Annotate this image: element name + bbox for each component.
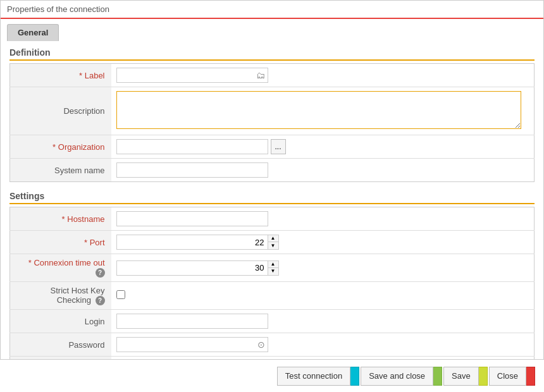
password-field-label: Password: [10, 333, 111, 357]
strict-host-key-checkbox[interactable]: [116, 290, 125, 299]
password-row: Password ⊙: [10, 333, 535, 357]
connexion-timeout-row: * Connexion time out ? ▲ ▼: [10, 254, 535, 282]
description-field-label: Description: [10, 87, 111, 135]
strict-host-key-input-cell: [111, 282, 535, 310]
port-row: * Port ▲ ▼: [10, 231, 535, 254]
organization-input-cell: ...: [111, 135, 535, 159]
connexion-timeout-input[interactable]: [116, 260, 268, 276]
port-input-cell: ▲ ▼: [111, 231, 535, 254]
definition-form: * Label 🗂 Description * Organization ...: [9, 63, 535, 182]
window-title: Properties of the connection: [7, 4, 109, 14]
tab-bar: General: [1, 19, 543, 41]
test-connection-button[interactable]: Test connection: [277, 367, 359, 386]
save-and-close-color-strip: [433, 367, 442, 386]
organization-browse-button[interactable]: ...: [271, 139, 286, 154]
password-input[interactable]: [116, 337, 268, 352]
save-and-close-button[interactable]: Save and close: [361, 367, 442, 386]
close-color-strip: [526, 367, 535, 386]
organization-input-wrap: ...: [116, 139, 529, 154]
label-icon: 🗂: [256, 70, 265, 80]
save-button[interactable]: Save: [443, 367, 488, 386]
connexion-timeout-number-wrap: ▲ ▼: [116, 260, 529, 276]
strict-host-key-help-icon[interactable]: ?: [96, 296, 105, 305]
system-name-field-label: System name: [10, 159, 111, 182]
settings-header: Settings: [9, 191, 535, 204]
hostname-input-cell: [111, 207, 535, 231]
connexion-timeout-input-cell: ▲ ▼: [111, 254, 535, 282]
tab-general[interactable]: General: [7, 24, 59, 41]
save-label[interactable]: Save: [443, 367, 479, 386]
main-content: Definition * Label 🗂 Description * Organ…: [1, 41, 543, 370]
organization-input[interactable]: [116, 139, 268, 154]
organization-row: * Organization ...: [10, 135, 535, 159]
password-input-wrap: ⊙: [116, 337, 268, 352]
hostname-input[interactable]: [116, 211, 268, 226]
label-input[interactable]: [116, 68, 268, 83]
connexion-timeout-spinner-down[interactable]: ▼: [268, 268, 278, 275]
test-connection-label[interactable]: Test connection: [277, 367, 350, 386]
system-name-row: System name: [10, 159, 535, 182]
save-color-strip: [479, 367, 488, 386]
close-button[interactable]: Close: [489, 367, 535, 386]
login-field-label: Login: [10, 310, 111, 333]
bottom-bar: Test connection Save and close Save Clos…: [0, 359, 544, 392]
password-input-cell: ⊙: [111, 333, 535, 357]
connexion-timeout-help-icon[interactable]: ?: [96, 268, 105, 278]
description-row: Description: [10, 87, 535, 135]
label-row: * Label 🗂: [10, 64, 535, 87]
hostname-field-label: * Hostname: [10, 207, 111, 231]
description-textarea[interactable]: [116, 91, 521, 129]
login-input[interactable]: [116, 314, 268, 329]
hostname-row: * Hostname: [10, 207, 535, 231]
connexion-timeout-spinners: ▲ ▼: [268, 260, 279, 276]
port-spinner-down[interactable]: ▼: [268, 242, 278, 249]
strict-host-key-row: Strict Host Key Checking ?: [10, 282, 535, 310]
port-number-wrap: ▲ ▼: [116, 235, 529, 250]
definition-header: Definition: [9, 47, 535, 61]
port-spinner-up[interactable]: ▲: [268, 235, 278, 242]
organization-field-label: * Organization: [10, 135, 111, 159]
label-field-label: * Label: [10, 64, 111, 87]
save-and-close-label[interactable]: Save and close: [361, 367, 433, 386]
system-name-input[interactable]: [116, 162, 268, 178]
strict-host-key-field-label: Strict Host Key Checking ?: [10, 282, 111, 310]
login-input-cell: [111, 310, 535, 333]
description-input-cell: [111, 87, 535, 135]
port-input[interactable]: [116, 235, 268, 250]
system-name-input-cell: [111, 159, 535, 182]
port-field-label: * Port: [10, 231, 111, 254]
password-reveal-icon[interactable]: ⊙: [257, 340, 265, 350]
login-row: Login: [10, 310, 535, 333]
test-connection-color-strip: [350, 367, 359, 386]
title-bar: Properties of the connection: [1, 1, 543, 19]
label-input-wrap: 🗂: [116, 68, 268, 83]
connexion-timeout-field-label: * Connexion time out ?: [10, 254, 111, 282]
port-spinners: ▲ ▼: [268, 235, 279, 250]
close-label[interactable]: Close: [489, 367, 526, 386]
label-input-cell: 🗂: [111, 64, 535, 87]
connexion-timeout-spinner-up[interactable]: ▲: [268, 261, 278, 268]
settings-form: * Hostname * Port ▲ ▼ * Connexion tim: [9, 207, 535, 370]
